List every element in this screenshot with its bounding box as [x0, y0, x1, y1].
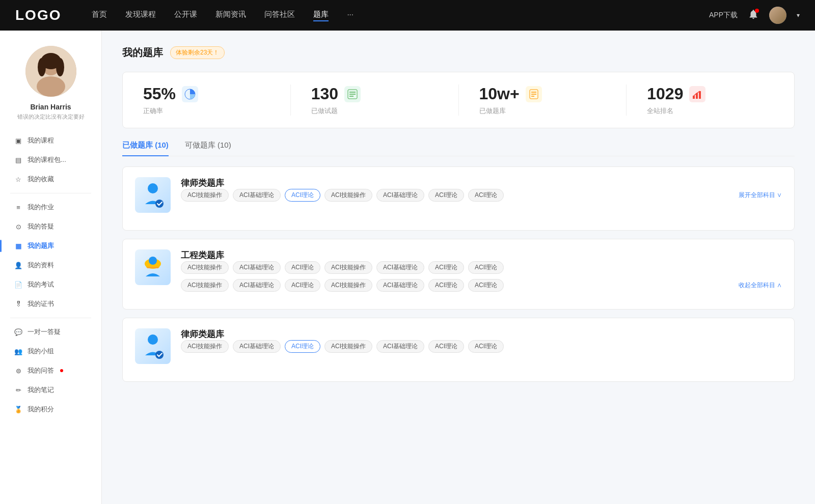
stat-label-rank: 全站排名	[647, 106, 673, 116]
stat-done-banks: 10w+ 已做题库	[459, 85, 627, 116]
sidebar-item-exams-label: 我的考试	[28, 280, 54, 289]
tag-eng-5[interactable]: ACI理论	[428, 261, 464, 274]
sidebar-item-course-packages[interactable]: ▤ 我的课程包...	[0, 150, 101, 170]
tag-eng2-0[interactable]: ACI技能操作	[181, 279, 229, 292]
qbank-card-lawyer-1: 律师类题库 ACI技能操作 ACI基础理论 ACI理论 ACI技能操作 ACI基…	[122, 166, 795, 231]
tag-lawyer-1-4[interactable]: ACI基础理论	[376, 189, 424, 202]
nav-link-question-bank[interactable]: 题库	[313, 10, 329, 21]
sidebar-item-homework[interactable]: ≡ 我的作业	[0, 198, 101, 217]
edit-icon: ✏	[14, 386, 22, 394]
sidebar-item-courses[interactable]: ▣ 我的课程	[0, 131, 101, 150]
tag-lawyer-2-3[interactable]: ACI技能操作	[324, 340, 372, 353]
sidebar-item-profile[interactable]: 👤 我的资料	[0, 256, 101, 275]
nav-link-more[interactable]: ···	[347, 10, 354, 21]
tag-lawyer-1-5[interactable]: ACI理论	[428, 189, 464, 202]
app-download-button[interactable]: APP下载	[709, 11, 738, 20]
question-icon: ⊚	[14, 367, 22, 375]
sidebar-item-points-label: 我的积分	[28, 405, 54, 414]
stats-row: 55% 正确率 130	[122, 72, 795, 128]
engineer-icon	[140, 254, 166, 282]
svg-point-19	[155, 200, 164, 208]
tag-eng2-3[interactable]: ACI技能操作	[324, 279, 372, 292]
nav-link-discover[interactable]: 发现课程	[125, 10, 156, 21]
sidebar-item-question-bank[interactable]: ▦ 我的题库	[0, 236, 101, 256]
stat-top-done: 130	[311, 85, 361, 103]
user-avatar-wrap	[25, 46, 76, 97]
stat-icon-banks	[526, 86, 542, 102]
tag-lawyer-1-6[interactable]: ACI理论	[468, 189, 504, 202]
tag-eng2-2[interactable]: ACI理论	[285, 279, 320, 292]
sidebar-divider-2	[10, 318, 91, 318]
stat-label-done: 已做试题	[311, 106, 338, 116]
sidebar-item-points[interactable]: 🏅 我的积分	[0, 400, 101, 419]
list-icon	[347, 89, 358, 100]
qbank-title-lawyer-2: 律师类题库	[181, 328, 782, 340]
nav-link-home[interactable]: 首页	[92, 10, 107, 21]
nav-links: 首页 发现课程 公开课 新闻资讯 问答社区 题库 ···	[92, 10, 709, 21]
tag-lawyer-2-4[interactable]: ACI基础理论	[376, 340, 424, 353]
collapse-engineer[interactable]: 收起全部科目 ∧	[739, 281, 782, 290]
tag-eng-3[interactable]: ACI技能操作	[324, 261, 372, 274]
tag-lawyer-2-1[interactable]: ACI基础理论	[233, 340, 281, 353]
sidebar-item-one-on-one-label: 一对一答疑	[28, 327, 61, 337]
tag-lawyer-2-5[interactable]: ACI理论	[428, 340, 464, 353]
sidebar-item-certificates-label: 我的证书	[28, 299, 54, 309]
sidebar-item-certificates[interactable]: 🎖 我的证书	[0, 294, 101, 314]
sidebar-item-one-on-one[interactable]: 💬 一对一答疑	[0, 322, 101, 342]
tab-available-banks[interactable]: 可做题库 (10)	[185, 141, 231, 156]
tags-row-lawyer-2: ACI技能操作 ACI基础理论 ACI理论 ACI技能操作 ACI基础理论 AC…	[181, 340, 782, 353]
sidebar-item-exams[interactable]: 📄 我的考试	[0, 275, 101, 294]
nav-link-qa[interactable]: 问答社区	[264, 10, 295, 21]
tag-eng-2[interactable]: ACI理论	[285, 261, 320, 274]
lawyer-icon	[140, 181, 166, 209]
qbank-info-engineer: 工程类题库 ACI技能操作 ACI基础理论 ACI理论 ACI技能操作 ACI基…	[181, 249, 782, 292]
tag-lawyer-1-0[interactable]: ACI技能操作	[181, 189, 229, 202]
tag-lawyer-1-2[interactable]: ACI理论	[285, 189, 320, 202]
stat-label-correct: 正确率	[143, 106, 163, 116]
sidebar-item-favorites[interactable]: ☆ 我的收藏	[0, 170, 101, 189]
user-dropdown-arrow[interactable]: ▾	[797, 12, 800, 19]
tag-lawyer-1-1[interactable]: ACI基础理论	[233, 189, 281, 202]
tag-eng-6[interactable]: ACI理论	[468, 261, 504, 274]
nav-link-open-course[interactable]: 公开课	[174, 10, 197, 21]
sidebar-item-qa-me[interactable]: ⊙ 我的答疑	[0, 217, 101, 236]
sidebar-divider-1	[10, 193, 91, 193]
tag-eng2-4[interactable]: ACI基础理论	[376, 279, 424, 292]
pie-chart-icon	[184, 89, 196, 100]
sidebar-item-favorites-label: 我的收藏	[28, 175, 54, 184]
svg-point-25	[155, 351, 164, 359]
stat-value-banks: 10w+	[479, 85, 520, 103]
book-icon: ▣	[14, 136, 22, 145]
notification-bell[interactable]	[748, 9, 759, 22]
sidebar-item-courses-label: 我的课程	[28, 136, 54, 145]
notification-dot	[755, 9, 759, 13]
tag-eng-4[interactable]: ACI基础理论	[376, 261, 424, 274]
tag-eng2-1[interactable]: ACI基础理论	[233, 279, 281, 292]
tag-lawyer-2-2[interactable]: ACI理论	[285, 340, 320, 353]
tag-lawyer-2-0[interactable]: ACI技能操作	[181, 340, 229, 353]
sidebar: Brian Harris 错误的决定比没有决定要好 ▣ 我的课程 ▤ 我的课程包…	[0, 31, 102, 504]
stat-done-questions: 130 已做试题	[291, 85, 459, 116]
tag-eng-1[interactable]: ACI基础理论	[233, 261, 281, 274]
navbar: LOGO 首页 发现课程 公开课 新闻资讯 问答社区 题库 ··· APP下载 …	[0, 0, 815, 31]
sidebar-item-my-questions[interactable]: ⊚ 我的问答	[0, 361, 101, 380]
tags-row-engineer-2: ACI技能操作 ACI基础理论 ACI理论 ACI技能操作 ACI基础理论 AC…	[181, 279, 782, 292]
tag-lawyer-2-6[interactable]: ACI理论	[468, 340, 504, 353]
tab-done-banks[interactable]: 已做题库 (10)	[122, 141, 169, 156]
page-header: 我的题库 体验剩余23天！	[122, 46, 795, 60]
expand-lawyer-1[interactable]: 展开全部科目 ∨	[739, 191, 782, 200]
tag-eng2-5[interactable]: ACI理论	[428, 279, 464, 292]
sidebar-item-groups[interactable]: 👥 我的小组	[0, 342, 101, 361]
clipboard-icon: ≡	[14, 203, 22, 211]
tag-eng-0[interactable]: ACI技能操作	[181, 261, 229, 274]
nav-link-news[interactable]: 新闻资讯	[215, 10, 246, 21]
qbank-info-lawyer-1: 律师类题库 ACI技能操作 ACI基础理论 ACI理论 ACI技能操作 ACI基…	[181, 177, 782, 202]
page-title: 我的题库	[122, 46, 163, 60]
stat-label-banks: 已做题库	[479, 106, 506, 116]
avatar[interactable]	[769, 7, 786, 24]
tag-eng2-6[interactable]: ACI理论	[468, 279, 504, 292]
avatar-image	[769, 7, 786, 24]
sidebar-item-notes[interactable]: ✏ 我的笔记	[0, 380, 101, 400]
svg-point-18	[148, 183, 158, 193]
tag-lawyer-1-3[interactable]: ACI技能操作	[324, 189, 372, 202]
